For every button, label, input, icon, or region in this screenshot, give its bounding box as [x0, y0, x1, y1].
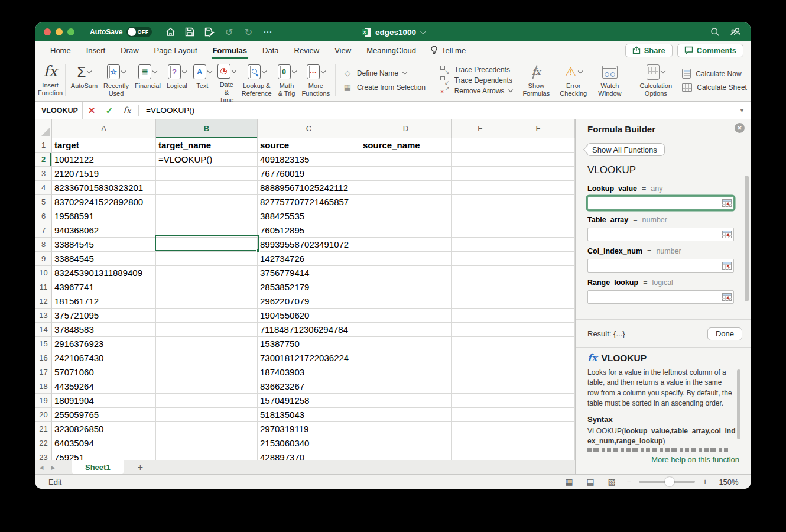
cell-F20[interactable] [509, 408, 567, 422]
range-selector-icon[interactable] [722, 262, 732, 270]
cell-A14[interactable]: 37848583 [52, 323, 156, 337]
cell-G8[interactable] [567, 238, 575, 252]
cell-E7[interactable] [452, 223, 509, 238]
sheet-tab-sheet1[interactable]: Sheet1 [72, 460, 124, 475]
cell-E16[interactable] [452, 351, 509, 365]
cell-G20[interactable] [567, 408, 575, 422]
cell-F8[interactable] [509, 238, 567, 252]
contacts-icon[interactable] [730, 27, 741, 37]
cell-A13[interactable]: 375721095 [52, 309, 156, 323]
cell-F13[interactable] [509, 309, 567, 323]
cell-F16[interactable] [509, 351, 567, 365]
more-functions-button[interactable]: ···More Functions [299, 59, 333, 101]
error-checking-button[interactable]: ⚠ Error Checking [555, 59, 592, 101]
cell-F11[interactable] [509, 280, 567, 294]
cell-D8[interactable] [360, 238, 452, 252]
row-header-7[interactable]: 7 [35, 223, 52, 238]
define-name-button[interactable]: ◇ Define Name [343, 69, 426, 77]
cell-G12[interactable] [567, 294, 575, 309]
cell-G18[interactable] [567, 379, 575, 394]
tab-insert[interactable]: Insert [86, 43, 106, 59]
tab-review[interactable]: Review [294, 43, 320, 59]
undo-icon[interactable]: ↺ [223, 27, 234, 37]
cell-G22[interactable] [567, 436, 575, 450]
cell-C9[interactable]: 142734726 [258, 252, 360, 266]
cell-A21[interactable]: 3230826850 [52, 422, 156, 436]
cell-G14[interactable] [567, 323, 575, 337]
cell-B4[interactable] [156, 181, 258, 195]
cell-B7[interactable] [156, 223, 258, 238]
cell-B23[interactable] [156, 450, 258, 460]
confirm-entry-button[interactable]: ✓ [100, 105, 118, 116]
cell-G13[interactable] [567, 309, 575, 323]
row-header-9[interactable]: 9 [35, 252, 52, 266]
cell-A15[interactable]: 2916376923 [52, 337, 156, 351]
cell-G2[interactable] [567, 153, 575, 167]
cell-B12[interactable] [156, 294, 258, 309]
cell-E2[interactable] [452, 153, 509, 167]
add-sheet-button[interactable]: + [138, 462, 143, 473]
row-header-23[interactable]: 23 [35, 450, 52, 460]
cell-B10[interactable] [156, 266, 258, 280]
cell-E15[interactable] [452, 337, 509, 351]
row-header-2[interactable]: 2 [35, 153, 52, 167]
show-formulas-button[interactable]: fx Show Formulas [517, 59, 555, 101]
tab-page-layout[interactable]: Page Layout [154, 43, 197, 59]
cell-G17[interactable] [567, 365, 575, 379]
cell-C17[interactable]: 187403903 [258, 365, 360, 379]
cell-D6[interactable] [360, 209, 452, 223]
cell-A11[interactable]: 43967741 [52, 280, 156, 294]
column-header-B[interactable]: B [156, 119, 258, 138]
cell-F1[interactable] [509, 138, 567, 153]
cell-A10[interactable]: 832453901311889409 [52, 266, 156, 280]
cell-D11[interactable] [360, 280, 452, 294]
cell-D4[interactable] [360, 181, 452, 195]
cell-D17[interactable] [360, 365, 452, 379]
name-box[interactable]: VLOOKUP ▲▼ [35, 102, 83, 119]
cell-D19[interactable] [360, 394, 452, 408]
cell-G10[interactable] [567, 266, 575, 280]
cell-D7[interactable] [360, 223, 452, 238]
cell-C7[interactable]: 760512895 [258, 223, 360, 238]
cell-G11[interactable] [567, 280, 575, 294]
cell-D10[interactable] [360, 266, 452, 280]
cell-D12[interactable] [360, 294, 452, 309]
cell-F15[interactable] [509, 337, 567, 351]
cell-C20[interactable]: 518135043 [258, 408, 360, 422]
row-header-5[interactable]: 5 [35, 195, 52, 209]
cell-G19[interactable] [567, 394, 575, 408]
lookup_value-input[interactable] [587, 196, 734, 210]
tell-me[interactable]: Tell me [430, 46, 466, 55]
cell-G6[interactable] [567, 209, 575, 223]
fields-scrollbar[interactable] [745, 176, 749, 301]
row-header-6[interactable]: 6 [35, 209, 52, 223]
trace-dependents-button[interactable]: Trace Dependents [440, 76, 513, 85]
cell-F17[interactable] [509, 365, 567, 379]
tab-meaningcloud[interactable]: MeaningCloud [366, 43, 416, 59]
page-break-view-icon[interactable]: ▧ [601, 477, 622, 486]
cell-C13[interactable]: 1904550620 [258, 309, 360, 323]
range-selector-icon[interactable] [722, 199, 732, 207]
panel-close-icon[interactable]: ✕ [735, 123, 745, 133]
cell-F9[interactable] [509, 252, 567, 266]
cell-E19[interactable] [452, 394, 509, 408]
cell-A1[interactable]: target [52, 138, 156, 153]
cell-C1[interactable]: source [258, 138, 360, 153]
cell-E10[interactable] [452, 266, 509, 280]
previous-sheet-icon[interactable]: ◀ [35, 465, 47, 471]
cell-B21[interactable] [156, 422, 258, 436]
cell-E20[interactable] [452, 408, 509, 422]
range-selector-icon[interactable] [722, 293, 732, 301]
recently-used-button[interactable]: ☆Recently Used [100, 59, 132, 101]
row-header-1[interactable]: 1 [35, 138, 52, 153]
description-scrollbar[interactable] [737, 369, 740, 439]
cell-E21[interactable] [452, 422, 509, 436]
cell-B16[interactable] [156, 351, 258, 365]
cell-C11[interactable]: 2853852179 [258, 280, 360, 294]
cell-B8[interactable] [156, 238, 258, 252]
row-header-8[interactable]: 8 [35, 238, 52, 252]
math-trig-button[interactable]: θMath & Trig [275, 59, 299, 101]
cell-F5[interactable] [509, 195, 567, 209]
zoom-out-button[interactable]: − [622, 477, 635, 486]
cell-G9[interactable] [567, 252, 575, 266]
